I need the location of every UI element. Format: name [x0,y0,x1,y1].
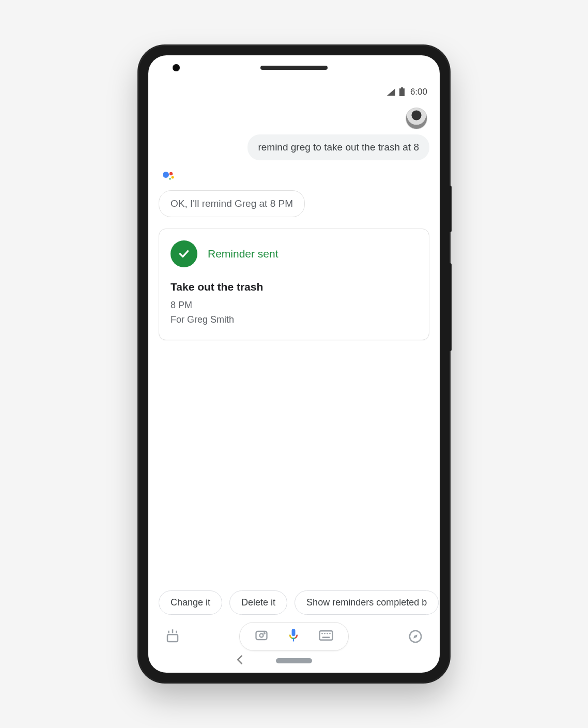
assistant-bottom-bar [148,622,440,651]
nav-home-pill[interactable] [276,658,312,663]
svg-point-5 [169,178,171,179]
card-header: Reminder sent [171,240,417,267]
user-avatar[interactable] [406,108,427,129]
phone-camera [173,64,180,71]
user-message-row: remind greg to take out the trash at 8 [159,134,429,160]
status-time: 6:00 [410,87,427,97]
svg-rect-1 [401,87,403,88]
signal-icon [386,88,396,96]
chip-show-reminders[interactable]: Show reminders completed b [295,590,439,615]
reminder-time: 8 PM [171,298,417,313]
avatar-row [159,103,429,134]
chip-delete-it[interactable]: Delete it [229,590,287,615]
svg-point-8 [260,634,264,638]
mic-icon[interactable] [286,628,301,645]
screen: 6:00 remind greg to take out the trash a… [148,55,440,673]
svg-rect-0 [399,88,405,96]
reminder-card[interactable]: Reminder sent Take out the trash 8 PM Fo… [159,229,429,340]
chip-change-it[interactable]: Change it [159,590,222,615]
suggestion-chips-row[interactable]: Change it Delete it Show reminders compl… [148,590,440,615]
conversation-area: remind greg to take out the trash at 8 O… [148,98,440,673]
reminder-for: For Greg Smith [171,313,417,327]
battery-icon [399,87,405,97]
power-button [449,186,452,232]
user-message-bubble: remind greg to take out the trash at 8 [247,134,429,160]
svg-point-3 [169,172,173,175]
svg-point-9 [264,633,265,634]
svg-rect-10 [292,629,296,636]
svg-rect-12 [320,631,333,640]
reminder-title: Take out the trash [171,281,417,293]
keyboard-icon[interactable] [318,629,334,644]
assistant-logo-icon [162,170,429,185]
phone-speaker [260,66,328,70]
volume-button [449,263,452,351]
lens-icon[interactable] [254,628,269,645]
updates-icon[interactable] [164,628,181,645]
nav-back-icon[interactable] [236,655,243,668]
svg-point-2 [163,172,169,178]
svg-rect-6 [167,634,178,642]
assistant-reply-bubble: OK, I'll remind Greg at 8 PM [159,190,305,217]
checkmark-icon [171,240,197,267]
input-pill[interactable] [239,622,349,651]
explore-icon[interactable] [407,628,424,645]
svg-rect-7 [256,631,267,640]
phone-frame: 6:00 remind greg to take out the trash a… [139,46,449,682]
system-nav-bar [148,654,440,668]
card-status-label: Reminder sent [208,248,278,260]
svg-point-4 [172,176,174,179]
status-bar: 6:00 [148,84,440,98]
